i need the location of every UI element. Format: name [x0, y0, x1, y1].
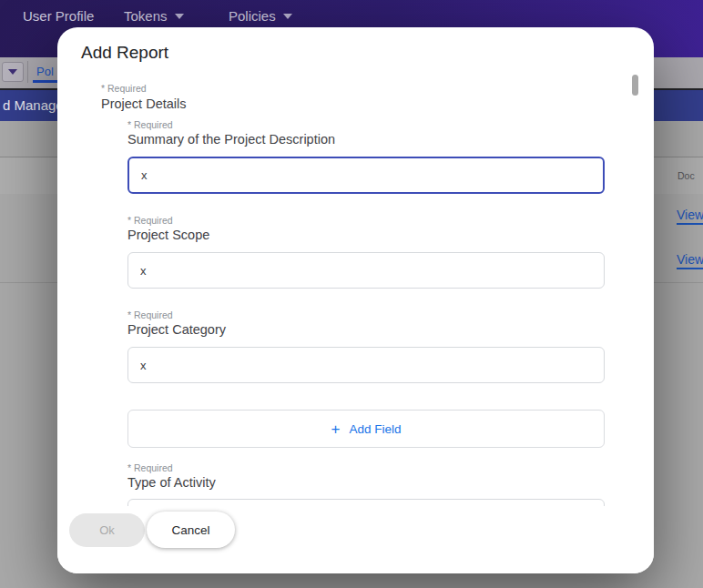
- view-link[interactable]: View: [677, 208, 703, 225]
- section-header-label: d Manage: [3, 90, 64, 121]
- field-label-project-scope: Project Scope: [127, 228, 209, 242]
- dropdown-button[interactable]: [2, 62, 24, 82]
- required-label: * Required: [127, 215, 173, 226]
- field-label-type-of-activity: Type of Activity: [127, 475, 216, 490]
- dialog-scrollbar-thumb[interactable]: [632, 75, 638, 96]
- ok-button[interactable]: Ok: [69, 513, 145, 547]
- add-field-label: Add Field: [349, 422, 401, 436]
- documents-column-header: Doc: [678, 170, 695, 181]
- cancel-button[interactable]: Cancel: [147, 512, 235, 548]
- required-label: * Required: [101, 83, 147, 94]
- field-label-summary: Summary of the Project Description: [127, 132, 335, 147]
- view-link[interactable]: View: [677, 252, 703, 269]
- plus-icon: +: [331, 421, 341, 437]
- required-label: * Required: [127, 119, 173, 130]
- required-label: * Required: [127, 309, 173, 320]
- project-scope-input[interactable]: [127, 252, 605, 289]
- nav-item-label: Tokens: [124, 8, 168, 24]
- dialog-footer: Ok Cancel: [57, 506, 654, 573]
- summary-input[interactable]: [127, 157, 605, 194]
- toolbar-divider: [27, 61, 28, 83]
- group-label-project-details: Project Details: [101, 96, 186, 111]
- chevron-down-icon: [283, 14, 292, 19]
- project-category-input[interactable]: [127, 347, 605, 383]
- required-label: * Required: [127, 462, 173, 473]
- nav-item-label: User Profile: [23, 8, 94, 24]
- field-label-project-category: Project Category: [127, 322, 226, 337]
- nav-item-user-profile[interactable]: User Profile: [23, 8, 94, 24]
- screen: User Profile Tokens Policies Pol d Manag…: [0, 0, 703, 588]
- add-report-dialog: Add Report * Required Project Details * …: [57, 27, 654, 573]
- chevron-down-icon: [175, 14, 184, 19]
- nav-item-tokens[interactable]: Tokens: [124, 8, 184, 24]
- tab-policies[interactable]: Pol: [36, 65, 54, 78]
- dialog-title: Add Report: [81, 43, 168, 63]
- chevron-down-icon: [8, 69, 17, 75]
- nav-item-policies[interactable]: Policies: [229, 8, 292, 24]
- nav-item-label: Policies: [229, 8, 276, 24]
- add-field-button[interactable]: + Add Field: [127, 410, 605, 448]
